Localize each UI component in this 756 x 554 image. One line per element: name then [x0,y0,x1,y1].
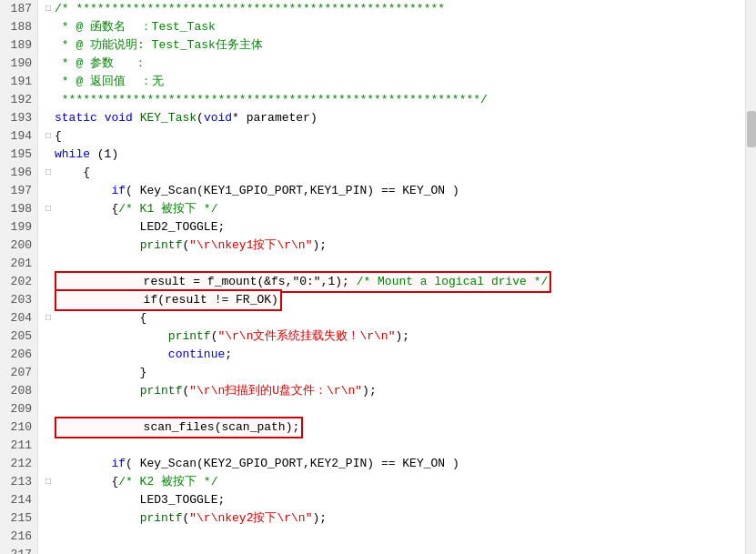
scrollbar[interactable] [745,0,756,554]
code-line-217 [38,546,745,554]
line-content-214: LED3_TOGGLE; [55,491,745,509]
highlight-box-210: scan_files(scan_path); [55,417,303,438]
code-line-215: printf("\r\nkey2按下\r\n"); [38,509,745,528]
fold-205 [42,327,55,346]
line-number-210: 210 [0,418,37,437]
token: { [55,166,90,179]
fold-207 [42,364,55,382]
editor: 1871881891901911921931941951961971981992… [0,0,756,554]
fold-191 [42,73,55,91]
code-line-191: * @ 返回值 ：无 [38,73,745,91]
line-content-212: if( Key_Scan(KEY2_GPIO_PORT,KEY2_PIN) ==… [55,455,745,473]
token [55,348,168,361]
token: } [55,366,146,379]
fold-213[interactable]: □ [42,473,55,491]
fold-193 [42,109,55,127]
line-number-205: 205 [0,327,37,346]
fold-212 [42,455,55,473]
code-line-189: * @ 功能说明: Test_Task任务主体 [38,36,745,55]
token: /* K2 被按下 */ [118,475,217,489]
line-content-192: ****************************************… [55,91,745,109]
fold-203 [42,291,55,309]
line-number-214: 214 [0,491,37,509]
token: /* K1 被按下 */ [118,202,217,216]
code-line-197: if( Key_Scan(KEY1_GPIO_PORT,KEY1_PIN) ==… [38,182,745,200]
token: KEY_Task [140,111,197,125]
token: ; [225,348,232,361]
token: void [105,111,133,125]
fold-206 [42,346,55,364]
code-line-204: □ { [38,309,745,327]
token: { [55,311,146,325]
line-content-196: { [55,164,745,182]
fold-217 [42,546,55,554]
token: printf [168,329,211,343]
code-line-195: while (1) [38,146,745,164]
fold-201 [42,255,55,273]
line-number-202: 202 [0,273,37,291]
code-line-202: result = f_mount(&fs,"0:",1); /* Mount a… [38,273,745,291]
token: { [55,202,118,216]
line-content-204: { [55,309,745,327]
token [55,329,168,343]
line-number-193: 193 [0,109,37,127]
line-content-194: { [55,127,745,146]
code-line-206: continue; [38,346,745,364]
line-content-215: printf("\r\nkey2按下\r\n"); [55,509,745,528]
line-number-187: 187 [0,0,37,18]
fold-204[interactable]: □ [42,309,55,327]
line-content-208: printf("\r\n扫描到的U盘文件：\r\n"); [55,382,745,400]
token: continue [168,348,225,361]
code-line-205: printf("\r\n文件系统挂载失败！\r\n"); [38,327,745,346]
token [97,111,105,125]
line-content-207: } [55,364,745,382]
line-content-210: scan_files(scan_path); [55,417,745,438]
fold-211 [42,437,55,455]
fold-187[interactable]: □ [42,0,55,18]
token: ); [395,329,409,343]
code-line-201 [38,255,745,273]
line-content-195: while (1) [55,146,745,164]
line-content-189: * @ 功能说明: Test_Task任务主体 [55,36,745,55]
token: if [111,457,126,470]
code-area[interactable]: □/* ************************************… [38,0,745,554]
code-line-190: * @ 参数 ： [38,55,745,73]
code-line-203: if(result != FR_OK) [38,291,745,309]
line-number-188: 188 [0,18,37,36]
line-number-201: 201 [0,255,37,273]
fold-189 [42,36,55,55]
fold-196[interactable]: □ [42,164,55,182]
token: ); [312,238,327,252]
token: LED2_TOGGLE; [55,220,225,234]
line-content-188: * @ 函数名 ：Test_Task [55,18,745,36]
line-number-216: 216 [0,528,37,546]
token: ( [197,111,204,125]
fold-202 [42,273,55,291]
fold-190 [42,55,55,73]
fold-192 [42,91,55,109]
fold-194[interactable]: □ [42,127,55,146]
token: if [111,184,126,197]
code-line-199: LED2_TOGGLE; [38,218,745,237]
line-number-190: 190 [0,55,37,73]
line-number-192: 192 [0,91,37,109]
line-content-197: if( Key_Scan(KEY1_GPIO_PORT,KEY1_PIN) ==… [55,182,745,200]
line-number-199: 199 [0,218,37,237]
token [55,184,111,197]
fold-208 [42,382,55,400]
scrollbar-thumb[interactable] [747,111,756,147]
line-number-206: 206 [0,346,37,364]
line-number-197: 197 [0,182,37,200]
line-number-194: 194 [0,127,37,146]
code-line-216 [38,528,745,546]
token: printf [140,511,183,525]
line-content-205: printf("\r\n文件系统挂载失败！\r\n"); [55,327,745,346]
token: printf [140,238,183,252]
line-number-191: 191 [0,73,37,91]
fold-216 [42,528,55,546]
token: ( Key_Scan(KEY1_GPIO_PORT,KEY1_PIN) == K… [126,184,459,197]
fold-188 [42,18,55,36]
fold-210 [42,418,55,437]
fold-198[interactable]: □ [42,200,55,218]
token: ( Key_Scan(KEY2_GPIO_PORT,KEY2_PIN) == K… [126,457,459,470]
